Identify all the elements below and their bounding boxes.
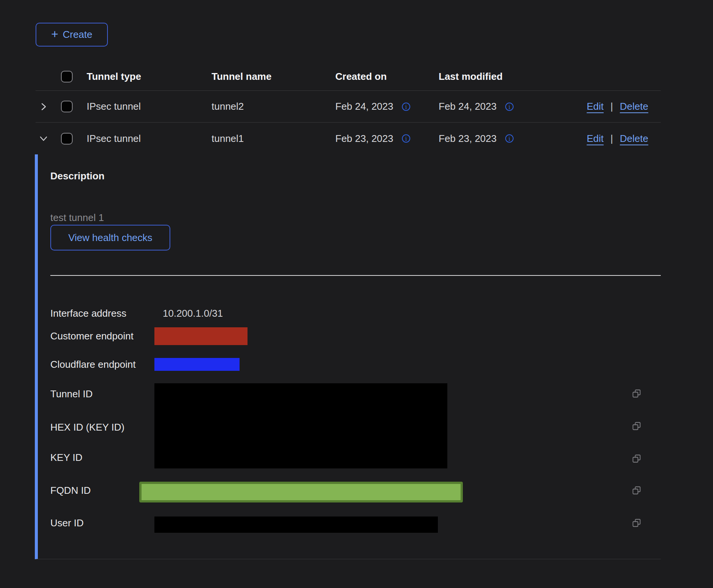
row-checkbox[interactable] — [61, 101, 73, 112]
field-label-interface-address: Interface address — [50, 308, 126, 319]
description-label: Description — [50, 170, 104, 182]
copy-icon[interactable] — [631, 453, 642, 464]
info-icon[interactable]: i — [504, 102, 514, 112]
field-label-key-id: KEY ID — [50, 452, 83, 463]
svg-text:i: i — [405, 135, 407, 142]
customer-endpoint-redaction — [154, 327, 248, 345]
create-button-label: Create — [63, 29, 92, 40]
cell-last-modified: Feb 23, 2023 — [439, 133, 497, 145]
tunnels-page: + Create Tunnel type Tunnel name Created… — [0, 0, 713, 588]
copy-icon[interactable] — [631, 485, 642, 496]
section-divider — [50, 275, 661, 276]
edit-link[interactable]: Edit — [587, 133, 604, 145]
info-icon[interactable]: i — [504, 134, 514, 143]
plus-icon: + — [51, 28, 58, 40]
table-row: IPsec tunnel tunnel2 Feb 24, 2023 i Feb … — [36, 91, 661, 123]
cell-created-on: Feb 23, 2023 — [335, 133, 393, 145]
user-id-redaction — [154, 516, 438, 533]
svg-text:i: i — [509, 135, 511, 142]
cell-tunnel-type: IPsec tunnel — [87, 101, 212, 112]
table-header-row: Tunnel type Tunnel name Created on Last … — [36, 62, 661, 91]
edit-link[interactable]: Edit — [587, 101, 604, 112]
expand-chevron-right-icon[interactable] — [39, 102, 56, 112]
delete-link[interactable]: Delete — [620, 101, 648, 112]
tunnel-details-panel: Description test tunnel 1 View health ch… — [35, 154, 661, 559]
header-created-on: Created on — [335, 71, 439, 82]
copy-icon[interactable] — [631, 388, 642, 399]
action-separator: | — [610, 133, 613, 145]
create-button[interactable]: + Create — [36, 23, 108, 47]
cell-tunnel-type: IPsec tunnel — [87, 133, 212, 145]
cloudflare-endpoint-redaction — [154, 358, 240, 371]
cell-created-on: Feb 24, 2023 — [335, 101, 393, 112]
svg-text:i: i — [509, 104, 511, 110]
copy-icon[interactable] — [631, 518, 642, 528]
collapse-chevron-down-icon[interactable] — [39, 134, 56, 143]
field-label-user-id: User ID — [50, 517, 84, 529]
tunnels-table: Tunnel type Tunnel name Created on Last … — [36, 62, 661, 154]
ids-redaction — [154, 383, 447, 468]
field-label-hex-id: HEX ID (KEY ID) — [50, 422, 125, 433]
field-label-tunnel-id: Tunnel ID — [50, 388, 93, 400]
select-all-checkbox[interactable] — [61, 71, 73, 82]
table-row: IPsec tunnel tunnel1 Feb 23, 2023 i Feb … — [36, 123, 661, 154]
field-label-customer-endpoint: Customer endpoint — [50, 330, 134, 342]
view-health-checks-label: View health checks — [68, 232, 152, 244]
field-label-fqdn-id: FQDN ID — [50, 485, 91, 496]
fqdn-id-redaction — [139, 482, 463, 502]
info-icon[interactable]: i — [401, 102, 411, 112]
cell-tunnel-name: tunnel2 — [212, 101, 335, 112]
field-value-interface-address: 10.200.1.0/31 — [163, 308, 223, 319]
header-tunnel-type: Tunnel type — [87, 71, 212, 82]
header-tunnel-name: Tunnel name — [212, 71, 335, 82]
copy-icon[interactable] — [631, 421, 642, 431]
svg-text:i: i — [405, 104, 407, 110]
description-value: test tunnel 1 — [50, 212, 104, 223]
action-separator: | — [610, 101, 613, 112]
view-health-checks-button[interactable]: View health checks — [50, 225, 170, 250]
delete-link[interactable]: Delete — [620, 133, 648, 145]
cell-last-modified: Feb 24, 2023 — [439, 101, 497, 112]
header-last-modified: Last modified — [439, 71, 648, 82]
row-checkbox[interactable] — [61, 133, 73, 145]
cell-tunnel-name: tunnel1 — [212, 133, 335, 145]
field-label-cloudflare-endpoint: Cloudflare endpoint — [50, 359, 136, 370]
info-icon[interactable]: i — [401, 134, 411, 143]
